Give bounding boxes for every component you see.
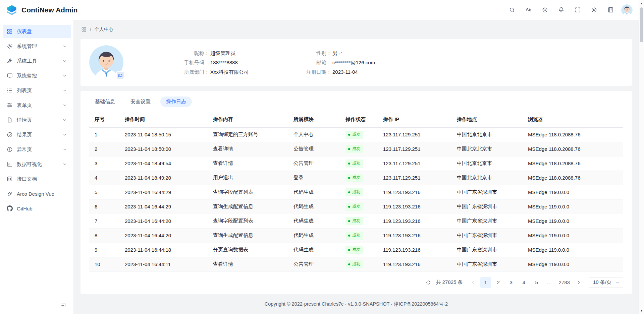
notifications-button[interactable]: [555, 4, 567, 16]
chevron-down-icon: [63, 162, 67, 166]
table-cell: 8: [89, 228, 119, 243]
bell-icon: [558, 7, 565, 13]
table-cell: 成功: [340, 243, 378, 257]
department-row: 所属部门： Xxx科技有限公司: [156, 68, 249, 75]
pagination-total: 共 27825 条: [436, 279, 463, 286]
prev-page-button[interactable]: [468, 277, 478, 288]
page-scrollbar[interactable]: ▲ ▼: [639, 0, 644, 314]
table-cell: 2023-11-04 16:44:29: [119, 199, 208, 214]
theme-button[interactable]: [539, 4, 550, 16]
sidebar-item-system-monitor[interactable]: 系统监控: [3, 69, 71, 82]
status-dot-icon: [348, 163, 350, 165]
status-badge: 成功: [345, 160, 363, 168]
field-value: 2023-11-04: [332, 68, 358, 75]
table-cell: 公告管理: [288, 142, 340, 156]
tab-basic-info[interactable]: 基础信息: [89, 97, 121, 107]
sidebar-item-label: Arco Design Vue: [17, 191, 67, 197]
status-label: 成功: [352, 189, 361, 195]
col-header-time: 操作时间: [119, 112, 208, 127]
table-cell: 中国北京北京市: [451, 156, 523, 171]
sidebar-item-form-pages[interactable]: 表单页: [3, 99, 71, 112]
sidebar-item-label: 表单页: [17, 102, 63, 109]
translate-button[interactable]: [523, 4, 534, 16]
table-cell: 代码生成: [288, 243, 340, 257]
table-cell: 成功: [340, 185, 378, 199]
sidebar-item-arco-design-vue[interactable]: Arco Design Vue: [3, 187, 71, 200]
search-button[interactable]: [506, 4, 518, 16]
app-brand[interactable]: ContiNew Admin: [6, 4, 77, 16]
wrench-icon: [7, 58, 13, 64]
table-cell: 公告管理: [288, 156, 340, 171]
sidebar-item-label: 系统监控: [17, 73, 63, 79]
chevron-right-icon: [577, 280, 581, 285]
settings-button[interactable]: [588, 4, 600, 16]
table-cell: 中国北京北京市: [451, 142, 523, 156]
table-row: 102023-11-04 16:44:11查看详情公告管理成功119.123.1…: [89, 257, 623, 271]
col-header-ip: 操作 IP: [378, 112, 451, 127]
page-button-2[interactable]: 2: [493, 277, 504, 288]
scrollbar-down-arrow[interactable]: ▼: [639, 308, 644, 313]
handbook-button[interactable]: [605, 4, 616, 16]
sidebar-item-github[interactable]: GitHub: [3, 202, 71, 215]
next-page-button[interactable]: [574, 277, 584, 288]
gender-row: 性别： 男 ♂: [291, 50, 375, 57]
page-button-2783[interactable]: 2783: [557, 277, 572, 288]
tab-operation-log[interactable]: 操作日志: [160, 97, 192, 107]
table-cell: 1: [89, 127, 119, 142]
chevron-down-icon: [63, 103, 67, 107]
field-value: c********@126.com: [332, 59, 375, 66]
page-button-5[interactable]: 5: [531, 277, 542, 288]
sidebar-item-api-docs[interactable]: 接口文档: [3, 172, 71, 186]
field-label: 注册日期：: [291, 68, 331, 75]
table-cell: 分页查询数据表: [208, 243, 288, 257]
table-cell: MSEdge 118.0.2088.76: [523, 171, 623, 185]
sidebar-item-dashboard[interactable]: 仪表盘: [3, 25, 71, 38]
collapse-sidebar-button[interactable]: [59, 301, 68, 310]
page-button-4[interactable]: 4: [519, 277, 529, 288]
chevron-down-icon: [63, 133, 67, 137]
field-label: 手机号码：: [156, 59, 209, 66]
table-row: 22023-11-04 18:50:00查看详情公告管理成功123.117.12…: [89, 142, 623, 156]
table-cell: 10: [89, 257, 119, 271]
sidebar-item-result-pages[interactable]: 结果页: [3, 128, 71, 141]
table-cell: 登录: [288, 171, 340, 185]
sidebar-item-label: 数据可视化: [17, 161, 63, 168]
user-avatar[interactable]: [621, 4, 633, 16]
field-value: 188****8888: [210, 59, 238, 66]
table-cell: 4: [89, 171, 119, 185]
status-label: 成功: [352, 261, 361, 267]
table-cell: 5: [89, 185, 119, 199]
scrollbar-thumb[interactable]: [640, 7, 643, 42]
sidebar-item-system-management[interactable]: 系统管理: [3, 40, 71, 53]
handbook-icon: [607, 7, 614, 13]
page-button-1[interactable]: 1: [480, 277, 491, 288]
refresh-button[interactable]: [423, 277, 433, 288]
gear-icon: [7, 43, 13, 49]
sidebar-item-label: 结果页: [17, 132, 63, 138]
log-table-body: 12023-11-04 18:50:15查询绑定的三方账号个人中心成功123.1…: [89, 127, 623, 271]
field-value: Xxx科技有限公司: [210, 68, 249, 75]
table-row: 52023-11-04 16:44:29查询字段配置列表代码生成成功119.12…: [89, 185, 623, 199]
sidebar-item-data-visualization[interactable]: 数据可视化: [3, 158, 71, 171]
nickname-row: 昵称： 超级管理员: [156, 50, 249, 57]
sidebar-item-exception-pages[interactable]: 异常页: [3, 143, 71, 156]
breadcrumb-separator: /: [90, 27, 91, 32]
refresh-icon: [426, 280, 431, 285]
scrollbar-up-arrow[interactable]: ▲: [639, 1, 644, 6]
tab-security-settings[interactable]: 安全设置: [125, 97, 156, 107]
apps-icon[interactable]: [81, 27, 87, 32]
fullscreen-button[interactable]: [572, 4, 583, 16]
profile-avatar[interactable]: [89, 45, 123, 79]
sidebar-item-system-tools[interactable]: 系统工具: [3, 54, 71, 68]
search-icon: [509, 7, 515, 13]
table-cell: 查看详情: [208, 257, 288, 271]
status-label: 成功: [352, 204, 361, 209]
change-avatar-button[interactable]: [116, 71, 124, 79]
profile-info: 昵称： 超级管理员 手机号码： 188****8888 所属部门： Xxx科技有…: [156, 50, 375, 75]
table-cell: 代码生成: [288, 214, 340, 228]
page-size-select[interactable]: 10 条/页: [589, 277, 623, 288]
table-cell: MSEdge 119.0.0.0: [523, 228, 623, 243]
sidebar-item-detail-pages[interactable]: 详情页: [3, 113, 71, 127]
page-button-3[interactable]: 3: [506, 277, 517, 288]
sidebar-item-list-pages[interactable]: 列表页: [3, 84, 71, 97]
